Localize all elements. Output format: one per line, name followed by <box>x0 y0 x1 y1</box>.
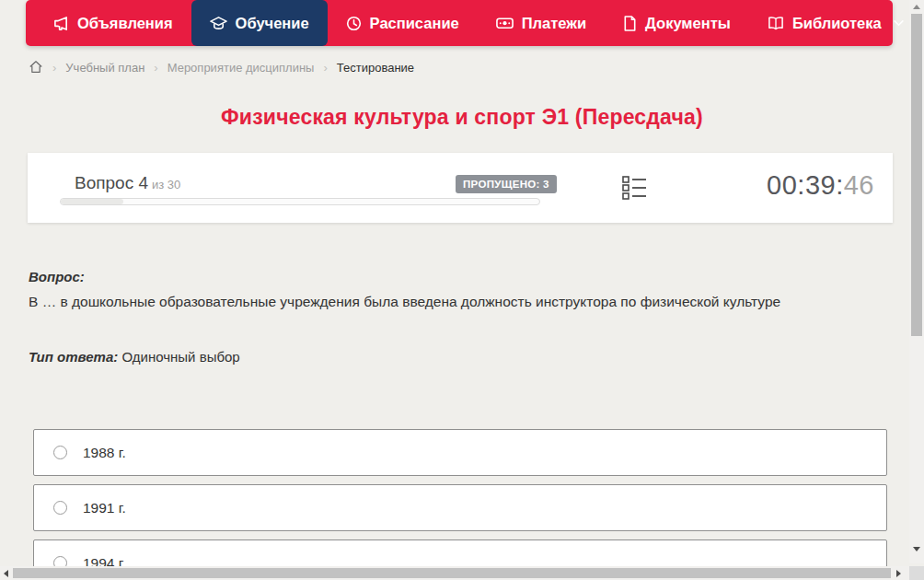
document-icon <box>623 16 637 31</box>
question-of-total: из 30 <box>152 178 180 191</box>
nav-label: Обучение <box>236 15 309 32</box>
nav-label: Документы <box>645 15 731 32</box>
scroll-down-arrow[interactable] <box>909 542 924 556</box>
scroll-up-arrow[interactable] <box>909 0 924 14</box>
timer: 00:39:46 <box>767 170 874 201</box>
question-number-label: Вопрос 4 <box>75 173 148 192</box>
question-list-icon <box>622 175 647 204</box>
page-title: Физическая культура и спорт Э1 (Пересдач… <box>0 105 924 130</box>
horizontal-scroll-thumb[interactable] <box>13 568 891 578</box>
main-navbar: Объявления Обучение Расписание Платежи Д… <box>26 0 893 46</box>
nav-item-announcements[interactable]: Объявления <box>35 0 191 46</box>
clock-icon <box>346 16 362 31</box>
skipped-badge: ПРОПУЩЕНО: 3 <box>456 175 557 193</box>
megaphone-icon <box>53 16 69 31</box>
scroll-left-arrow[interactable] <box>0 566 12 580</box>
question-number: Вопрос 4из 30 <box>75 173 180 193</box>
breadcrumb-item-testing: Тестирование <box>337 61 414 75</box>
timer-seconds: 46 <box>844 170 874 200</box>
nav-item-payments[interactable]: Платежи <box>478 0 605 46</box>
vertical-scroll-thumb[interactable] <box>911 14 922 336</box>
graduation-cap-icon <box>210 16 227 31</box>
vertical-scrollbar[interactable] <box>909 0 924 563</box>
breadcrumb-item-discipline-event[interactable]: Мероприятие дисциплины <box>167 61 315 75</box>
home-icon[interactable] <box>29 60 43 75</box>
horizontal-scrollbar[interactable] <box>0 566 909 580</box>
question-header-card: Вопрос 4из 30 ПРОПУЩЕНО: 3 00:39:46 <box>28 153 893 223</box>
breadcrumb-separator: › <box>154 61 157 75</box>
answer-type-value: Одиночный выбор <box>121 349 239 365</box>
nav-label: Объявления <box>77 15 173 32</box>
nav-item-schedule[interactable]: Расписание <box>328 0 478 46</box>
progress-bar <box>60 198 540 205</box>
breadcrumb-separator: › <box>52 61 56 75</box>
banknote-icon <box>496 16 514 30</box>
question-list-button[interactable] <box>620 176 648 203</box>
scrollbar-corner <box>909 566 924 580</box>
nav-label: Платежи <box>522 15 586 32</box>
timer-minutes: 00:39: <box>767 170 844 200</box>
breadcrumb-separator: › <box>323 61 327 75</box>
nav-item-library[interactable]: Библиотека <box>749 0 922 46</box>
answer-option-1988[interactable]: 1988 г. <box>33 429 887 476</box>
option-label: 1988 г. <box>83 445 126 461</box>
open-book-icon <box>768 16 784 30</box>
nav-item-documents[interactable]: Документы <box>605 0 749 46</box>
question-text: В … в дошкольные образовательные учрежде… <box>29 293 884 311</box>
progress-fill <box>61 199 123 204</box>
answer-option-1991[interactable]: 1991 г. <box>33 484 887 531</box>
answer-type-label: Тип ответа: <box>29 349 118 365</box>
nav-label: Библиотека <box>792 15 882 32</box>
nav-label: Расписание <box>370 15 459 32</box>
radio-button[interactable] <box>53 501 67 515</box>
option-label: 1991 г. <box>83 500 126 516</box>
radio-button[interactable] <box>53 446 67 459</box>
scroll-right-arrow[interactable] <box>893 566 905 580</box>
breadcrumb-item-study-plan[interactable]: Учебный план <box>65 61 144 75</box>
breadcrumb: › Учебный план › Мероприятие дисциплины … <box>29 57 414 77</box>
nav-item-learning[interactable]: Обучение <box>191 0 328 46</box>
chevron-down-icon <box>894 20 904 27</box>
question-label: Вопрос: <box>29 269 85 284</box>
answer-type: Тип ответа: Одиночный выбор <box>29 349 240 365</box>
